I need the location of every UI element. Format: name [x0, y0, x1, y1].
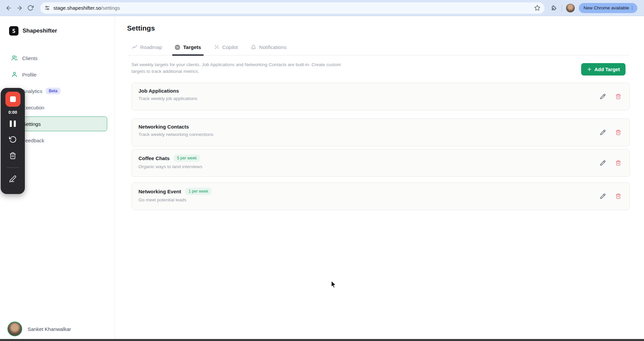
target-description: Organic ways to land interviews	[138, 164, 202, 169]
chrome-update-button[interactable]: New Chrome available ⋮	[579, 3, 637, 13]
add-target-label: Add Target	[595, 67, 620, 72]
beta-badge: Beta	[46, 88, 61, 94]
target-description: Track weekly networking connections	[138, 132, 213, 137]
target-name: Networking Contacts	[138, 124, 189, 130]
stop-icon	[10, 96, 16, 102]
browser-toolbar: stage.shapeshifter.so/settings New Chrom…	[0, 0, 644, 16]
edit-target-button[interactable]	[598, 158, 607, 168]
target-name: Coffee Chats	[138, 155, 170, 161]
screen-recorder-widget: 0:00	[1, 88, 25, 194]
delete-target-button[interactable]	[613, 128, 623, 137]
screen-bottom-edge	[0, 339, 644, 341]
user-icon	[11, 71, 17, 78]
sidebar-item-label: Profile	[22, 72, 37, 78]
tab-label: Roadmap	[140, 44, 162, 50]
sidebar-item-label: Execution	[22, 105, 44, 110]
sidebar-item-label: Settings	[23, 121, 41, 127]
site-controls-icon[interactable]	[44, 5, 50, 11]
settings-tabs: Roadmap Targets Copilot Notifications	[127, 42, 630, 55]
sidebar-item-profile[interactable]: Profile	[7, 67, 107, 82]
browser-back-button[interactable]	[3, 3, 14, 13]
edit-target-button[interactable]	[598, 192, 607, 201]
restart-recording-button[interactable]	[9, 136, 17, 143]
address-bar[interactable]: stage.shapeshifter.so/settings	[40, 2, 545, 14]
trend-icon	[132, 45, 137, 50]
bell-icon	[251, 45, 256, 50]
stop-recording-button[interactable]	[5, 92, 21, 107]
plus-icon	[587, 67, 592, 72]
trash-icon	[615, 130, 621, 135]
brand-name: Shapeshifter	[23, 28, 57, 34]
recorder-divider	[7, 167, 19, 168]
tab-roadmap[interactable]: Roadmap	[131, 42, 163, 55]
pencil-icon	[600, 160, 606, 166]
url-path: /settings	[101, 5, 120, 11]
tab-copilot[interactable]: Copilot	[213, 42, 239, 55]
main-content: Settings Roadmap Targets Copilot Notific…	[115, 16, 644, 339]
target-frequency-badge: 5 per week	[174, 154, 200, 162]
url-host: stage.shapeshifter.so	[53, 5, 101, 11]
bookmark-star-icon[interactable]	[534, 5, 540, 11]
browser-profile-avatar[interactable]	[566, 4, 575, 12]
target-card: Job Applications Track weekly job applic…	[131, 83, 630, 110]
users-icon	[11, 55, 17, 61]
add-target-button[interactable]: Add Target	[581, 63, 626, 76]
tab-notifications[interactable]: Notifications	[250, 42, 287, 55]
recording-timer: 0:00	[8, 110, 17, 115]
edit-target-button[interactable]	[598, 128, 607, 137]
sidebar-item-label: Clients	[22, 55, 38, 61]
delete-target-button[interactable]	[613, 192, 623, 201]
browser-menu-icon[interactable]: ⋮	[629, 6, 635, 10]
sidebar-item-label: Feedback	[22, 138, 44, 143]
sidebar-item-clients[interactable]: Clients	[7, 51, 107, 65]
target-description: Track weekly job applications	[138, 96, 197, 101]
tab-targets[interactable]: Targets	[174, 42, 202, 55]
browser-reload-button[interactable]	[25, 3, 36, 13]
trash-icon	[615, 94, 621, 99]
toolbar-separator	[562, 5, 562, 11]
delete-target-button[interactable]	[613, 92, 623, 101]
brand: S Shapeshifter	[9, 26, 57, 36]
trash-icon	[615, 160, 621, 166]
target-description: Go meet potential leads	[138, 197, 211, 202]
delete-target-button[interactable]	[613, 158, 623, 168]
url-text: stage.shapeshifter.so/settings	[53, 5, 120, 11]
pause-recording-button[interactable]	[10, 120, 16, 127]
target-frequency-badge: 1 per week	[185, 188, 212, 195]
tab-label: Copilot	[222, 44, 238, 50]
target-icon	[175, 45, 180, 50]
pencil-icon	[600, 94, 606, 99]
tab-label: Targets	[183, 44, 201, 50]
pencil-icon	[600, 130, 606, 135]
user-name: Sanket Khanwalkar	[28, 326, 71, 332]
browser-forward-button[interactable]	[14, 3, 25, 13]
page-title: Settings	[127, 24, 155, 32]
target-card: Networking Event 1 per week Go meet pote…	[131, 182, 630, 210]
target-card: Networking Contacts Track weekly network…	[131, 118, 630, 146]
targets-description: Set weekly targets for your clients. Job…	[131, 61, 343, 75]
target-name: Networking Event	[138, 189, 181, 194]
target-card-list: Job Applications Track weekly job applic…	[131, 83, 630, 210]
chrome-update-label: New Chrome available	[583, 5, 629, 10]
sidebar-user[interactable]: Sanket Khanwalkar	[7, 322, 71, 336]
brand-logo-icon: S	[9, 26, 18, 36]
extensions-puzzle-icon[interactable]	[551, 4, 558, 11]
delete-recording-button[interactable]	[9, 152, 16, 159]
pencil-icon	[600, 193, 606, 199]
sidebar-item-label: Analytics	[22, 88, 42, 94]
annotate-pen-button[interactable]	[9, 175, 16, 183]
target-card: Coffee Chats 5 per week Organic ways to …	[131, 149, 630, 177]
user-avatar[interactable]	[7, 322, 22, 336]
target-name: Job Applications	[138, 88, 179, 94]
tab-label: Notifications	[259, 44, 287, 50]
trash-icon	[615, 193, 621, 199]
edit-target-button[interactable]	[598, 92, 607, 101]
wand-icon	[214, 45, 219, 50]
